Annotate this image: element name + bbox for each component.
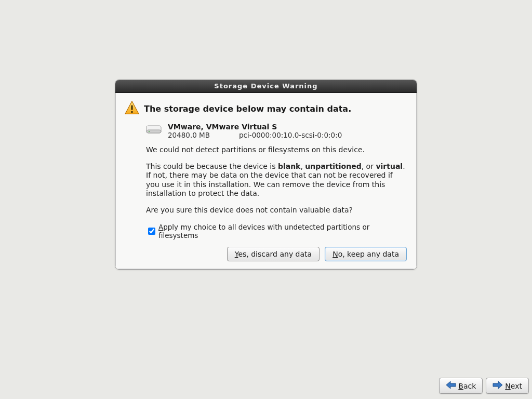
dialog-headline: The storage device below may contain dat… — [144, 104, 351, 114]
apply-all-label[interactable]: Apply my choice to all devices with unde… — [158, 223, 411, 240]
arrow-left-icon — [446, 381, 456, 391]
device-details: 20480.0 MBpci-0000:00:10.0-scsi-0:0:0:0 — [168, 131, 342, 139]
warning-text-1: We could not detect partitions or filesy… — [146, 145, 406, 155]
warning-text-3: Are you sure this device does not contai… — [146, 206, 406, 215]
dialog-body: The storage device below may contain dat… — [115, 93, 417, 269]
dialog-title: Storage Device Warning — [214, 82, 317, 90]
warning-icon — [124, 100, 140, 117]
arrow-right-icon — [493, 381, 503, 391]
yes-discard-button[interactable]: Yes, discard any data — [227, 247, 320, 261]
svg-point-1 — [131, 111, 133, 113]
apply-all-checkbox[interactable] — [148, 228, 155, 235]
no-keep-button[interactable]: No, keep any data — [325, 247, 407, 261]
svg-point-4 — [149, 131, 150, 132]
back-button[interactable]: Back — [439, 378, 483, 394]
dialog-titlebar: Storage Device Warning — [115, 80, 417, 93]
next-button[interactable]: Next — [486, 378, 529, 394]
svg-rect-0 — [131, 105, 133, 110]
device-path: pci-0000:00:10.0-scsi-0:0:0:0 — [239, 131, 342, 139]
device-size: 20480.0 MB — [168, 131, 210, 139]
wizard-nav: Back Next — [439, 378, 529, 394]
storage-warning-dialog: Storage Device Warning The storage devi — [115, 79, 417, 270]
disk-icon — [146, 123, 162, 139]
device-name: VMware, VMware Virtual S — [168, 123, 342, 131]
warning-text-2: This could be because the device is blan… — [146, 162, 406, 198]
